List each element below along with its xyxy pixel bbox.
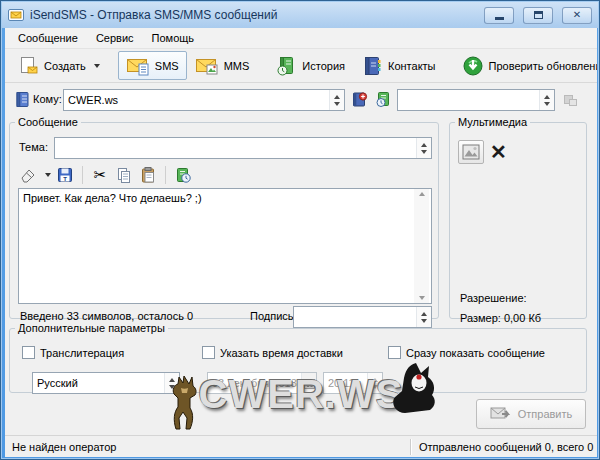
calendar-button[interactable] — [301, 373, 316, 393]
transliteration-label: Транслитерация — [40, 347, 124, 359]
update-label: Проверить обновление — [489, 60, 597, 72]
subject-label: Тема: — [19, 141, 48, 153]
check-update-button[interactable]: Проверить обновление — [454, 51, 597, 80]
cut-button[interactable]: ✂ — [90, 165, 110, 185]
format-toolbar: T ✂ — [18, 164, 193, 186]
sms-envelope-icon — [126, 55, 150, 77]
save-floppy-icon: T — [56, 166, 74, 184]
sms-label: SMS — [155, 60, 179, 72]
menu-service[interactable]: Сервис — [87, 29, 143, 47]
svg-text:T: T — [63, 176, 67, 182]
add-from-contacts-button[interactable] — [349, 89, 370, 110]
copy-icon — [115, 166, 133, 184]
save-template-button[interactable]: T — [55, 165, 75, 185]
window-title: iSendSMS - Отправка SMS/MMS сообщений — [30, 8, 475, 22]
create-dropdown-icon — [94, 64, 100, 68]
menu-message[interactable]: Сообщение — [9, 29, 87, 47]
multimedia-group: Мультимедиа ✕ Разрешение: Размер: 0,00 К… — [449, 116, 587, 319]
multimedia-group-label: Мультимедиа — [455, 116, 530, 128]
delivery-time-checkbox[interactable] — [202, 346, 215, 359]
show-message-checkbox[interactable] — [388, 346, 401, 359]
create-label: Создать — [44, 60, 86, 72]
maximize-icon — [534, 11, 543, 19]
message-group: Сообщение Тема: — [9, 116, 439, 319]
remove-image-button[interactable]: ✕ — [490, 142, 507, 162]
manage-groups-icon — [562, 91, 579, 108]
scroll-down-icon[interactable] — [419, 296, 425, 300]
language-combo-spinner[interactable] — [164, 373, 179, 393]
recent-numbers-button[interactable] — [373, 89, 394, 110]
mms-envelope-icon — [195, 55, 219, 77]
sms-tab-button[interactable]: SMS — [118, 51, 187, 80]
close-icon: ✕ — [573, 10, 581, 20]
send-button[interactable]: Отправить — [476, 399, 586, 429]
delivery-time-field — [323, 372, 383, 394]
format-separator — [165, 166, 166, 184]
time-spinner[interactable] — [367, 373, 382, 393]
contacts-button[interactable]: Контакты — [353, 51, 444, 80]
group-combo-spinner[interactable] — [539, 90, 554, 110]
scroll-up-icon[interactable] — [419, 192, 425, 196]
clear-text-button[interactable] — [18, 165, 38, 185]
menu-bar: Сообщение Сервис Помощь — [5, 28, 597, 49]
add-image-button[interactable] — [458, 140, 484, 164]
app-icon — [8, 7, 24, 23]
message-scrollbar[interactable] — [414, 189, 429, 303]
scissors-icon: ✂ — [94, 166, 107, 184]
minimize-button[interactable] — [484, 7, 514, 24]
history-icon — [275, 55, 297, 77]
message-group-label: Сообщение — [15, 116, 81, 128]
maximize-button[interactable] — [523, 7, 553, 24]
create-button[interactable]: Создать — [9, 51, 108, 80]
signature-label: Подпись — [250, 310, 294, 322]
delivery-time-input[interactable] — [324, 373, 367, 393]
main-toolbar: Создать SMS — [5, 49, 597, 83]
eraser-icon — [19, 166, 37, 184]
media-buttons: ✕ — [458, 140, 507, 164]
contacts-add-icon — [351, 91, 368, 108]
char-counter: Введено 33 символов, осталось 0 — [20, 310, 193, 322]
resolution-label: Разрешение: — [460, 292, 527, 304]
group-input[interactable] — [398, 90, 539, 110]
options-group-label: Дополнительные параметры — [15, 322, 168, 334]
clear-dropdown-icon[interactable] — [45, 173, 51, 177]
recipient-combo-spinner[interactable] — [329, 90, 344, 110]
delivery-time-option: Указать время доставки — [202, 346, 343, 359]
recipient-book-icon — [14, 91, 31, 108]
recipient-input[interactable] — [64, 90, 329, 110]
show-message-option: Сразу показать сообщение — [388, 346, 545, 359]
manage-groups-button[interactable] — [560, 89, 581, 110]
delivery-date-field — [207, 372, 317, 394]
copy-button[interactable] — [114, 165, 134, 185]
subject-combo — [54, 137, 432, 159]
recipient-label: Кому: — [33, 93, 62, 105]
delivery-time-label: Указать время доставки — [220, 347, 343, 359]
subject-combo-spinner[interactable] — [416, 138, 431, 158]
title-bar: iSendSMS - Отправка SMS/MMS сообщений ✕ — [2, 2, 598, 28]
status-bar: Не найден оператор Отправлено сообщений … — [5, 435, 597, 457]
calendar-icon — [304, 378, 315, 389]
close-button[interactable]: ✕ — [562, 7, 592, 24]
send-label: Отправить — [518, 408, 573, 420]
show-message-label: Сразу показать сообщение — [406, 347, 545, 359]
paste-icon — [139, 166, 157, 184]
delivery-date-input[interactable] — [208, 373, 301, 393]
menu-help[interactable]: Помощь — [143, 29, 204, 47]
language-input[interactable] — [33, 373, 164, 393]
transliteration-option: Транслитерация — [22, 346, 124, 359]
recipient-row: Кому: — [5, 83, 597, 116]
status-operator: Не найден оператор — [5, 441, 410, 453]
insert-template-button[interactable] — [173, 165, 193, 185]
send-icon — [490, 406, 512, 422]
format-separator — [82, 166, 83, 184]
mms-tab-button[interactable]: MMS — [187, 51, 258, 80]
transliteration-checkbox[interactable] — [22, 346, 35, 359]
app-window: iSendSMS - Отправка SMS/MMS сообщений ✕ … — [0, 0, 600, 460]
message-body-input[interactable]: Привет. Как дела? Что делаешь? ;) — [18, 188, 432, 304]
insert-template-icon — [174, 166, 192, 184]
image-icon — [462, 144, 480, 160]
history-button[interactable]: История — [267, 51, 353, 80]
history-label: История — [302, 60, 345, 72]
subject-input[interactable] — [55, 138, 416, 158]
paste-button[interactable] — [138, 165, 158, 185]
